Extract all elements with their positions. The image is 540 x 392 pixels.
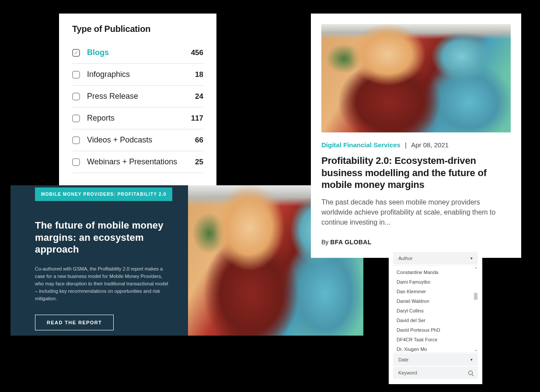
filter-count: 117	[191, 114, 203, 123]
scroll-down-icon[interactable]: ▾	[474, 349, 477, 352]
keyword-input[interactable]: Keyword	[393, 367, 478, 379]
filter-count: 24	[195, 92, 203, 101]
filter-count: 66	[195, 136, 203, 145]
scrollbar[interactable]: ▴ ▾	[474, 266, 477, 352]
checkbox-icon[interactable]	[72, 158, 80, 166]
hero-block: MOBILE MONEY PROVIDERS: PROFITABILITY 2.…	[10, 185, 363, 336]
filter-row-reports[interactable]: Reports 117	[72, 108, 203, 129]
filter-label: Webinars + Presentations	[87, 157, 195, 167]
filter-label: Videos + Podcasts	[87, 135, 195, 145]
read-report-button[interactable]: READ THE REPORT	[35, 315, 114, 330]
filter-row-blogs[interactable]: ✓ Blogs 456	[72, 42, 203, 64]
filter-label: Infographics	[87, 70, 195, 79]
author-option[interactable]: Dr. Xiugen Mo	[393, 344, 478, 353]
author-list[interactable]: Constantine Manda Dami Famuyibo Dan Klem…	[393, 265, 478, 353]
filter-count: 25	[195, 158, 203, 167]
filter-label: Press Release	[87, 92, 195, 101]
author-option[interactable]: Dami Famuyibo	[393, 277, 478, 287]
filter-count: 18	[195, 70, 203, 79]
filter-label: Blogs	[87, 48, 191, 57]
article-title[interactable]: Profitability 2.0: Ecosystem-driven busi…	[321, 155, 511, 191]
article-card[interactable]: Digital Financial Services | Apr 08, 202…	[311, 14, 521, 258]
article-meta: Digital Financial Services | Apr 08, 202…	[321, 141, 511, 149]
author-dropdown[interactable]: Author	[393, 252, 478, 264]
hero-badge: MOBILE MONEY PROVIDERS: PROFITABILITY 2.…	[35, 187, 172, 201]
hero-text-panel: MOBILE MONEY PROVIDERS: PROFITABILITY 2.…	[10, 185, 188, 336]
article-author: By BFA GLOBAL	[321, 239, 511, 246]
filter-label: Reports	[87, 114, 191, 123]
author-option[interactable]: Constantine Manda	[393, 267, 478, 277]
article-date: Apr 08, 2021	[411, 141, 449, 149]
filter-row-infographics[interactable]: Infographics 18	[72, 64, 203, 86]
checkbox-icon[interactable]	[72, 136, 80, 144]
checkbox-icon[interactable]	[72, 71, 80, 79]
scroll-up-icon[interactable]: ▴	[474, 266, 477, 269]
hero-title: The future of mobile money margins: an e…	[35, 219, 171, 256]
article-image	[321, 24, 511, 132]
checkbox-checked-icon[interactable]: ✓	[72, 49, 80, 57]
publication-type-filter: Type of Publication ✓ Blogs 456 Infograp…	[59, 14, 216, 188]
filter-row-videos-podcasts[interactable]: Videos + Podcasts 66	[72, 129, 203, 151]
checkbox-icon[interactable]	[72, 114, 80, 122]
author-option[interactable]: DF4CR Task Force	[393, 335, 478, 344]
article-category[interactable]: Digital Financial Services	[321, 141, 401, 149]
article-excerpt: The past decade has seen mobile money pr…	[321, 197, 511, 228]
checkbox-icon[interactable]	[72, 93, 80, 101]
filter-widget: Author Constantine Manda Dami Famuyibo D…	[389, 248, 482, 384]
author-option[interactable]: Daryl Collins	[393, 306, 478, 316]
hero-description: Co-authored with GSMA, the Profitability…	[35, 265, 171, 302]
filter-row-webinars-presentations[interactable]: Webinars + Presentations 25	[72, 151, 203, 173]
author-option[interactable]: David del Ser	[393, 316, 478, 325]
scrollbar-thumb[interactable]	[474, 293, 477, 300]
filter-title: Type of Publication	[72, 24, 203, 34]
author-option[interactable]: David Porteous PhD	[393, 325, 478, 335]
date-dropdown[interactable]: Date	[393, 354, 478, 366]
filter-count: 456	[191, 49, 203, 57]
filter-row-press-release[interactable]: Press Release 24	[72, 86, 203, 108]
author-option[interactable]: Daniel Waldron	[393, 296, 478, 306]
meta-separator: |	[405, 141, 407, 149]
search-icon[interactable]	[468, 371, 473, 375]
author-option[interactable]: Dan Klemmer	[393, 287, 478, 296]
